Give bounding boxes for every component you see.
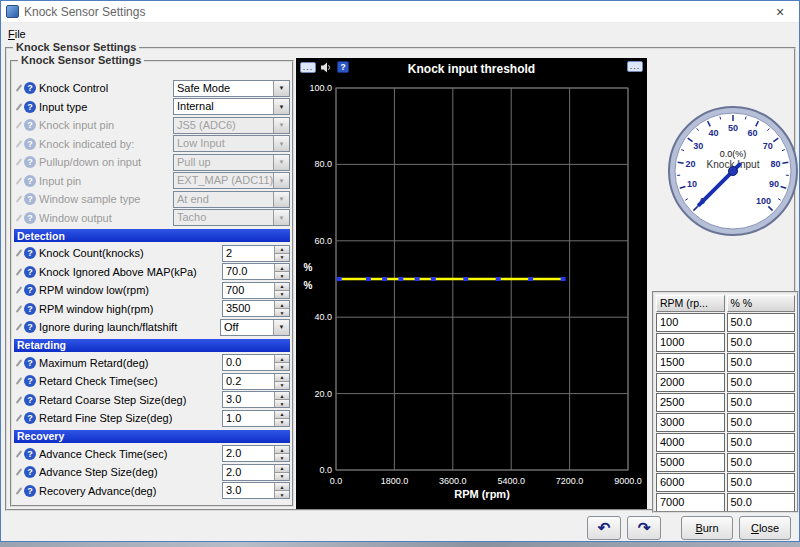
spin-up-icon[interactable]: ▲ (275, 264, 289, 272)
data-point[interactable] (382, 277, 387, 281)
spin-down-icon[interactable]: ▼ (275, 473, 289, 480)
field-help-icon[interactable]: ? (24, 485, 36, 497)
spin-down-icon[interactable]: ▼ (275, 254, 289, 261)
spinner-rpm-window-high-rpm[interactable]: 3500▲▼ (222, 300, 290, 317)
data-point[interactable] (496, 277, 501, 281)
spin-down-icon[interactable]: ▼ (275, 491, 289, 498)
data-point[interactable] (431, 277, 436, 281)
table-cell[interactable]: 2000 (656, 373, 725, 392)
data-point[interactable] (337, 277, 342, 281)
table-cell[interactable]: 50.0 (727, 353, 796, 372)
spin-up-icon[interactable]: ▲ (275, 374, 289, 382)
table-cell[interactable]: 50.0 (727, 433, 796, 452)
spinner-knock-ignored-above-map-kpa[interactable]: 70.0▲▼ (222, 263, 290, 280)
field-help-icon[interactable]: ? (24, 375, 36, 387)
spin-up-icon[interactable]: ▲ (275, 446, 289, 454)
spin-down-icon[interactable]: ▼ (275, 400, 289, 407)
table-cell[interactable]: 7000 (656, 493, 725, 512)
field-help-icon[interactable]: ? (24, 212, 36, 224)
field-help-icon[interactable]: ? (24, 193, 36, 205)
burn-button[interactable]: Burn (681, 516, 733, 540)
speaker-icon[interactable] (320, 62, 333, 73)
chart-help-button[interactable]: ? (337, 61, 349, 73)
table-cell[interactable]: 5000 (656, 453, 725, 472)
field-help-icon[interactable]: ? (24, 175, 36, 187)
field-help-icon[interactable]: ? (24, 247, 36, 259)
data-point[interactable] (415, 277, 420, 281)
spin-up-icon[interactable]: ▲ (275, 246, 289, 254)
spin-up-icon[interactable]: ▲ (275, 411, 289, 419)
table-cell[interactable]: 4000 (656, 433, 725, 452)
column-header[interactable]: RPM (rp... (656, 295, 725, 312)
table-cell[interactable]: 2500 (656, 393, 725, 412)
spin-up-icon[interactable]: ▲ (275, 465, 289, 473)
table-cell[interactable]: 50.0 (727, 333, 796, 352)
table-cell[interactable]: 3000 (656, 413, 725, 432)
spinner-advance-step-size-deg[interactable]: 2.0▲▼ (222, 464, 290, 481)
spin-down-icon[interactable]: ▼ (275, 291, 289, 298)
field-help-icon[interactable]: ? (24, 394, 36, 406)
spin-up-icon[interactable]: ▲ (275, 301, 289, 309)
table-cell[interactable]: 50.0 (727, 373, 796, 392)
spin-up-icon[interactable]: ▲ (275, 392, 289, 400)
spin-up-icon[interactable]: ▲ (275, 355, 289, 363)
redo-button[interactable]: ↷ (627, 516, 661, 540)
data-point[interactable] (561, 277, 566, 281)
field-help-icon[interactable]: ? (24, 303, 36, 315)
spinner-advance-check-time-sec[interactable]: 2.0▲▼ (222, 445, 290, 462)
close-window-button[interactable]: × (761, 1, 799, 22)
field-help-icon[interactable]: ? (24, 321, 36, 333)
undo-button[interactable]: ↶ (587, 516, 621, 540)
data-point[interactable] (463, 277, 468, 281)
close-button[interactable]: Close (739, 516, 791, 540)
chart-options-button[interactable]: ... (627, 61, 643, 72)
spin-down-icon[interactable]: ▼ (275, 309, 289, 316)
table-cell[interactable]: 50.0 (727, 453, 796, 472)
field-help-icon[interactable]: ? (24, 448, 36, 460)
field-help-icon[interactable]: ? (24, 466, 36, 478)
table-cell[interactable]: 50.0 (727, 313, 796, 332)
field-help-icon[interactable]: ? (24, 284, 36, 296)
spin-down-icon[interactable]: ▼ (275, 419, 289, 426)
table-cell[interactable]: 100 (656, 313, 725, 332)
data-point[interactable] (366, 277, 371, 281)
spinner-maximum-retard-deg[interactable]: 0.0▲▼ (222, 354, 290, 371)
table-cell[interactable]: 50.0 (727, 473, 796, 492)
spin-up-icon[interactable]: ▲ (275, 283, 289, 291)
dropdown-arrow-icon[interactable]: ▼ (273, 99, 289, 114)
select-knock-control[interactable]: Safe Mode▼ (173, 80, 290, 97)
spin-down-icon[interactable]: ▼ (275, 363, 289, 370)
column-header[interactable]: % % (727, 295, 796, 312)
field-help-icon[interactable]: ? (24, 138, 36, 150)
table-cell[interactable]: 6000 (656, 473, 725, 492)
spin-up-icon[interactable]: ▲ (275, 483, 289, 491)
spinner-retard-check-time-sec[interactable]: 0.2▲▼ (222, 373, 290, 390)
spinner-recovery-advance-deg[interactable]: 3.0▲▼ (222, 482, 290, 499)
spinner-knock-count-knocks[interactable]: 2▲▼ (222, 245, 290, 262)
field-help-icon[interactable]: ? (24, 156, 36, 168)
field-help-icon[interactable]: ? (24, 412, 36, 424)
spinner-rpm-window-low-rpm[interactable]: 700▲▼ (222, 282, 290, 299)
select-input-type[interactable]: Internal▼ (173, 98, 290, 115)
spinner-retard-fine-step-size-deg[interactable]: 1.0▲▼ (222, 410, 290, 427)
field-help-icon[interactable]: ? (24, 82, 36, 94)
chart-plot[interactable]: 0.01800.03600.05400.07200.09000.0100.080… (296, 78, 647, 509)
chart-menu-button[interactable]: ... (300, 62, 316, 73)
spin-down-icon[interactable]: ▼ (275, 454, 289, 461)
table-cell[interactable]: 50.0 (727, 413, 796, 432)
select-ignore-during-launch-flatshift[interactable]: Off▼ (220, 319, 290, 336)
table-cell[interactable]: 1000 (656, 333, 725, 352)
field-help-icon[interactable]: ? (24, 357, 36, 369)
table-cell[interactable]: 50.0 (727, 493, 796, 512)
table-cell[interactable]: 50.0 (727, 393, 796, 412)
table-cell[interactable]: 1500 (656, 353, 725, 372)
dropdown-arrow-icon[interactable]: ▼ (273, 320, 289, 335)
field-help-icon[interactable]: ? (24, 101, 36, 113)
dropdown-arrow-icon[interactable]: ▼ (273, 81, 289, 96)
data-point[interactable] (528, 277, 533, 281)
data-point[interactable] (398, 277, 403, 281)
spinner-retard-coarse-step-size-deg[interactable]: 3.0▲▼ (222, 391, 290, 408)
field-help-icon[interactable]: ? (24, 266, 36, 278)
field-help-icon[interactable]: ? (24, 119, 36, 131)
menu-file[interactable]: File (1, 26, 33, 42)
